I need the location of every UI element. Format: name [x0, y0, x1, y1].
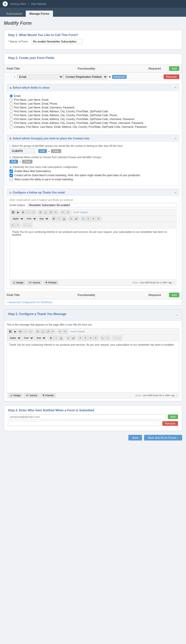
edit-group2-button[interactable]: Edit [10, 160, 18, 164]
field-name-select[interactable]: Email [17, 74, 63, 79]
step3-editor-content[interactable]: Thank You for your continuing interest i… [7, 341, 179, 393]
radio-option7-input[interactable] [10, 121, 13, 125]
tb-align-center-c[interactable]: ≡ [86, 216, 91, 221]
source-tab-c[interactable]: </> Source [27, 281, 42, 285]
tb-justify-c[interactable]: ≡ [96, 216, 101, 221]
radio-option3-input[interactable] [10, 106, 13, 109]
tb-underline-c[interactable]: U [62, 216, 66, 221]
tb-bold-s3[interactable]: B [49, 336, 53, 340]
tb-bold-c[interactable]: B [51, 216, 56, 221]
panel-b-header[interactable]: b. Select which Group(s) you wish to pla… [7, 135, 179, 142]
tb-anchor-s3[interactable]: ⚓ [40, 329, 45, 334]
styles-select-s3[interactable]: Styles [8, 336, 21, 340]
tb-link-s3[interactable]: 🔗 [46, 329, 50, 334]
tb-image-s3[interactable]: 🖼 [8, 329, 12, 334]
step4-add-button[interactable]: Add [168, 414, 178, 419]
tb-align-center-s3[interactable]: ≡ [83, 336, 88, 340]
tb-char-s3[interactable]: Ω [35, 329, 40, 334]
panel-c-header[interactable]: c. Configure a follow up Thank-You email… [7, 189, 179, 196]
drag-handle-icon[interactable]: ⋮⋮ [7, 75, 12, 79]
tb-image-icon[interactable]: 🖼 [11, 210, 15, 215]
advanced-config-link[interactable]: + Advanced Configuration for Workflows [4, 299, 182, 305]
tb-ol-c[interactable]: 1. [11, 223, 15, 227]
clear-group2-button[interactable]: Clear [22, 160, 32, 164]
size-select-s3[interactable]: Size [34, 336, 46, 340]
tb-undo-icon[interactable]: ↩ [60, 210, 65, 215]
tb-align-left-s3[interactable]: ≡ [78, 336, 83, 340]
tb-ul-s3[interactable]: • [105, 336, 110, 340]
save-button[interactable]: Save [128, 435, 142, 440]
tb-ol-s3[interactable]: 1. [100, 336, 105, 340]
tb-unlink-s3[interactable]: ✂ [51, 329, 55, 334]
radio-email-input[interactable] [10, 94, 13, 98]
radio-option4-input[interactable] [10, 110, 13, 113]
tb-align-right-s3[interactable]: ≡ [88, 336, 93, 340]
checkbox-enable-mass-mail[interactable] [10, 170, 13, 173]
tb-table-s3[interactable]: ⊞ [18, 329, 23, 334]
font-select-s3[interactable]: Font [22, 336, 34, 340]
tb-undo-s3[interactable]: ↩ [58, 329, 62, 334]
tb-italic-s3[interactable]: I [54, 336, 58, 340]
tb-anchor-icon[interactable]: ⚓ [43, 210, 48, 215]
tb-link-icon[interactable]: 🔗 [48, 210, 53, 215]
tb-fontcolor-c[interactable]: A [69, 216, 73, 221]
radio-option2-input[interactable] [10, 102, 13, 105]
tb-line-s3[interactable]: — [23, 329, 28, 334]
tb-flash-s3[interactable]: ▶ [13, 329, 17, 334]
radio-option5-input[interactable] [10, 114, 13, 117]
tb-line-icon[interactable]: — [26, 210, 31, 215]
tb-fontcolor-s3[interactable]: A [66, 336, 70, 340]
tb-indent-c[interactable]: → [23, 223, 27, 227]
radio-option1-input[interactable] [10, 98, 13, 101]
design-tab-s3[interactable]: 🖊 Design [8, 393, 22, 397]
design-tab-c[interactable]: 🖊 Design [11, 281, 25, 285]
tb-emoji-icon[interactable]: ☺ [31, 210, 36, 215]
tab-manage-forms[interactable]: Manage Forms [26, 11, 53, 17]
step3-toggle-icon[interactable]: − [176, 313, 178, 317]
clear-group-button[interactable]: Clear [51, 149, 61, 153]
tb-redo-s3[interactable]: ↪ [63, 329, 67, 334]
tb-underline-s3[interactable]: U [59, 336, 64, 340]
tb-justify-s3[interactable]: ≡ [93, 336, 98, 340]
preview-tab-c[interactable]: 👁 Preview [43, 281, 58, 285]
panel-a-header[interactable]: a. Select which fields to show − [7, 84, 179, 91]
tb-outdent-s3[interactable]: ← [118, 336, 122, 340]
radio-option6-input[interactable] [10, 117, 13, 121]
add-field-button-top[interactable]: Add [169, 66, 179, 71]
tb-ul-c[interactable]: • [16, 223, 20, 227]
save-go-button[interactable]: Save and Go to Forms... [144, 435, 182, 440]
tb-bgcolor-c[interactable]: 🖌 [74, 216, 78, 221]
about-link-s3[interactable]: About [135, 394, 141, 397]
remove-field-button[interactable]: Remove [164, 74, 179, 79]
tb-bgcolor-s3[interactable]: 🖌 [71, 336, 76, 340]
view-site-link[interactable]: View Website [31, 3, 46, 5]
panel-c-editor-content[interactable]: Thank You for your continuing interest i… [10, 228, 176, 280]
font-select-c[interactable]: Font [25, 216, 37, 221]
name-of-form-input[interactable] [31, 39, 83, 44]
tb-table-icon[interactable]: ⊞ [21, 210, 25, 215]
step4-existing-email-input[interactable] [8, 421, 160, 426]
source-tab-s3[interactable]: </> Source [24, 393, 39, 397]
styles-select-c[interactable]: Styles [11, 216, 24, 221]
tb-italic-c[interactable]: I [57, 216, 61, 221]
insert-snippet-button-c[interactable]: Insert Snippet [73, 211, 88, 214]
tb-unlink-icon[interactable]: ✂ [54, 210, 58, 215]
edit-group-button[interactable]: Edit [38, 149, 47, 153]
tb-emoji-s3[interactable]: ☺ [28, 329, 33, 334]
about-link-c[interactable]: About [132, 281, 138, 284]
size-select-c[interactable]: Size [37, 216, 49, 221]
checkbox-subscribed[interactable] [10, 174, 13, 177]
preview-tab-s3[interactable]: 👁 Preview [41, 393, 56, 397]
tb-flash-icon[interactable]: ▶ [16, 210, 20, 215]
radio-option8-input[interactable] [10, 125, 13, 129]
functionality-select[interactable]: Contact Registration Fieldset [63, 74, 108, 79]
tb-align-left-c[interactable]: ≡ [81, 216, 85, 221]
tb-outdent-c[interactable]: ← [28, 223, 32, 227]
tb-redo-icon[interactable]: ↪ [66, 210, 70, 215]
tb-char-icon[interactable]: Ω [38, 210, 43, 215]
insert-snippet-button-s3[interactable]: Insert Snippet [70, 330, 86, 333]
tab-submissions[interactable]: Submissions [3, 11, 26, 17]
step4-remove-button[interactable]: Remove [162, 421, 178, 426]
add-field-button-bottom[interactable]: Add [169, 293, 179, 297]
checkbox-optin[interactable] [10, 178, 13, 181]
